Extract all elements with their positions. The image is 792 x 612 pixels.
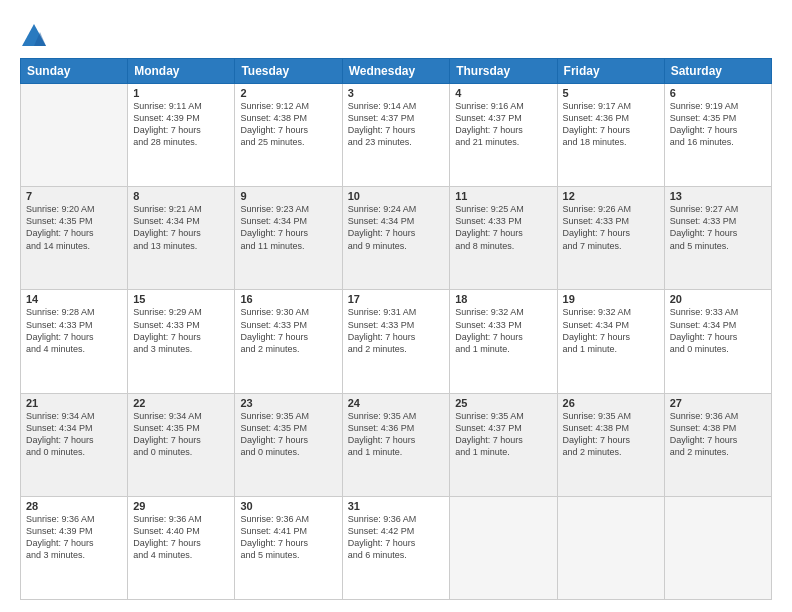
day-info: Sunrise: 9:35 AM Sunset: 4:35 PM Dayligh…	[240, 410, 336, 459]
day-info: Sunrise: 9:32 AM Sunset: 4:34 PM Dayligh…	[563, 306, 659, 355]
logo-icon	[20, 22, 48, 50]
day-info: Sunrise: 9:28 AM Sunset: 4:33 PM Dayligh…	[26, 306, 122, 355]
day-info: Sunrise: 9:23 AM Sunset: 4:34 PM Dayligh…	[240, 203, 336, 252]
day-number: 6	[670, 87, 766, 99]
day-number: 2	[240, 87, 336, 99]
calendar-cell	[664, 496, 771, 599]
calendar-cell: 7Sunrise: 9:20 AM Sunset: 4:35 PM Daylig…	[21, 187, 128, 290]
day-number: 9	[240, 190, 336, 202]
calendar-cell: 29Sunrise: 9:36 AM Sunset: 4:40 PM Dayli…	[128, 496, 235, 599]
calendar-cell: 4Sunrise: 9:16 AM Sunset: 4:37 PM Daylig…	[450, 84, 557, 187]
calendar-cell: 21Sunrise: 9:34 AM Sunset: 4:34 PM Dayli…	[21, 393, 128, 496]
day-number: 30	[240, 500, 336, 512]
weekday-header-saturday: Saturday	[664, 59, 771, 84]
day-info: Sunrise: 9:17 AM Sunset: 4:36 PM Dayligh…	[563, 100, 659, 149]
day-info: Sunrise: 9:29 AM Sunset: 4:33 PM Dayligh…	[133, 306, 229, 355]
logo	[20, 22, 52, 50]
day-number: 3	[348, 87, 445, 99]
day-info: Sunrise: 9:34 AM Sunset: 4:34 PM Dayligh…	[26, 410, 122, 459]
calendar-cell: 31Sunrise: 9:36 AM Sunset: 4:42 PM Dayli…	[342, 496, 450, 599]
calendar-cell: 30Sunrise: 9:36 AM Sunset: 4:41 PM Dayli…	[235, 496, 342, 599]
day-info: Sunrise: 9:26 AM Sunset: 4:33 PM Dayligh…	[563, 203, 659, 252]
day-number: 11	[455, 190, 551, 202]
day-info: Sunrise: 9:36 AM Sunset: 4:38 PM Dayligh…	[670, 410, 766, 459]
header	[20, 18, 772, 50]
weekday-header-tuesday: Tuesday	[235, 59, 342, 84]
weekday-header-thursday: Thursday	[450, 59, 557, 84]
day-number: 4	[455, 87, 551, 99]
calendar-cell	[450, 496, 557, 599]
day-number: 13	[670, 190, 766, 202]
day-info: Sunrise: 9:21 AM Sunset: 4:34 PM Dayligh…	[133, 203, 229, 252]
day-info: Sunrise: 9:35 AM Sunset: 4:36 PM Dayligh…	[348, 410, 445, 459]
calendar-cell: 15Sunrise: 9:29 AM Sunset: 4:33 PM Dayli…	[128, 290, 235, 393]
calendar-header: SundayMondayTuesdayWednesdayThursdayFrid…	[21, 59, 772, 84]
calendar-cell: 6Sunrise: 9:19 AM Sunset: 4:35 PM Daylig…	[664, 84, 771, 187]
day-number: 24	[348, 397, 445, 409]
day-info: Sunrise: 9:30 AM Sunset: 4:33 PM Dayligh…	[240, 306, 336, 355]
calendar-cell: 22Sunrise: 9:34 AM Sunset: 4:35 PM Dayli…	[128, 393, 235, 496]
day-info: Sunrise: 9:36 AM Sunset: 4:42 PM Dayligh…	[348, 513, 445, 562]
day-number: 19	[563, 293, 659, 305]
calendar-week-row: 21Sunrise: 9:34 AM Sunset: 4:34 PM Dayli…	[21, 393, 772, 496]
day-info: Sunrise: 9:11 AM Sunset: 4:39 PM Dayligh…	[133, 100, 229, 149]
calendar-week-row: 7Sunrise: 9:20 AM Sunset: 4:35 PM Daylig…	[21, 187, 772, 290]
day-number: 23	[240, 397, 336, 409]
weekday-header-monday: Monday	[128, 59, 235, 84]
weekday-header-friday: Friday	[557, 59, 664, 84]
calendar-cell: 26Sunrise: 9:35 AM Sunset: 4:38 PM Dayli…	[557, 393, 664, 496]
day-number: 8	[133, 190, 229, 202]
day-number: 16	[240, 293, 336, 305]
day-number: 29	[133, 500, 229, 512]
calendar-cell	[21, 84, 128, 187]
calendar-cell: 28Sunrise: 9:36 AM Sunset: 4:39 PM Dayli…	[21, 496, 128, 599]
calendar-cell: 3Sunrise: 9:14 AM Sunset: 4:37 PM Daylig…	[342, 84, 450, 187]
day-info: Sunrise: 9:36 AM Sunset: 4:39 PM Dayligh…	[26, 513, 122, 562]
calendar-cell: 20Sunrise: 9:33 AM Sunset: 4:34 PM Dayli…	[664, 290, 771, 393]
calendar-cell: 19Sunrise: 9:32 AM Sunset: 4:34 PM Dayli…	[557, 290, 664, 393]
day-info: Sunrise: 9:31 AM Sunset: 4:33 PM Dayligh…	[348, 306, 445, 355]
calendar-cell: 10Sunrise: 9:24 AM Sunset: 4:34 PM Dayli…	[342, 187, 450, 290]
calendar-cell: 14Sunrise: 9:28 AM Sunset: 4:33 PM Dayli…	[21, 290, 128, 393]
day-info: Sunrise: 9:34 AM Sunset: 4:35 PM Dayligh…	[133, 410, 229, 459]
calendar-week-row: 28Sunrise: 9:36 AM Sunset: 4:39 PM Dayli…	[21, 496, 772, 599]
calendar-cell: 1Sunrise: 9:11 AM Sunset: 4:39 PM Daylig…	[128, 84, 235, 187]
day-number: 5	[563, 87, 659, 99]
day-info: Sunrise: 9:35 AM Sunset: 4:37 PM Dayligh…	[455, 410, 551, 459]
calendar-cell: 23Sunrise: 9:35 AM Sunset: 4:35 PM Dayli…	[235, 393, 342, 496]
day-number: 31	[348, 500, 445, 512]
calendar-cell: 8Sunrise: 9:21 AM Sunset: 4:34 PM Daylig…	[128, 187, 235, 290]
day-number: 22	[133, 397, 229, 409]
calendar-week-row: 14Sunrise: 9:28 AM Sunset: 4:33 PM Dayli…	[21, 290, 772, 393]
calendar-cell: 27Sunrise: 9:36 AM Sunset: 4:38 PM Dayli…	[664, 393, 771, 496]
day-info: Sunrise: 9:16 AM Sunset: 4:37 PM Dayligh…	[455, 100, 551, 149]
page: SundayMondayTuesdayWednesdayThursdayFrid…	[0, 0, 792, 612]
calendar-table: SundayMondayTuesdayWednesdayThursdayFrid…	[20, 58, 772, 600]
calendar-cell: 24Sunrise: 9:35 AM Sunset: 4:36 PM Dayli…	[342, 393, 450, 496]
day-number: 18	[455, 293, 551, 305]
calendar-cell: 9Sunrise: 9:23 AM Sunset: 4:34 PM Daylig…	[235, 187, 342, 290]
calendar-cell: 17Sunrise: 9:31 AM Sunset: 4:33 PM Dayli…	[342, 290, 450, 393]
day-info: Sunrise: 9:24 AM Sunset: 4:34 PM Dayligh…	[348, 203, 445, 252]
calendar-cell: 12Sunrise: 9:26 AM Sunset: 4:33 PM Dayli…	[557, 187, 664, 290]
day-number: 12	[563, 190, 659, 202]
day-number: 15	[133, 293, 229, 305]
calendar-week-row: 1Sunrise: 9:11 AM Sunset: 4:39 PM Daylig…	[21, 84, 772, 187]
calendar-cell: 13Sunrise: 9:27 AM Sunset: 4:33 PM Dayli…	[664, 187, 771, 290]
day-number: 14	[26, 293, 122, 305]
day-info: Sunrise: 9:33 AM Sunset: 4:34 PM Dayligh…	[670, 306, 766, 355]
day-info: Sunrise: 9:14 AM Sunset: 4:37 PM Dayligh…	[348, 100, 445, 149]
weekday-header-wednesday: Wednesday	[342, 59, 450, 84]
calendar-cell: 11Sunrise: 9:25 AM Sunset: 4:33 PM Dayli…	[450, 187, 557, 290]
day-number: 25	[455, 397, 551, 409]
day-info: Sunrise: 9:25 AM Sunset: 4:33 PM Dayligh…	[455, 203, 551, 252]
weekday-header-sunday: Sunday	[21, 59, 128, 84]
day-number: 10	[348, 190, 445, 202]
day-info: Sunrise: 9:27 AM Sunset: 4:33 PM Dayligh…	[670, 203, 766, 252]
day-number: 17	[348, 293, 445, 305]
day-number: 1	[133, 87, 229, 99]
calendar-cell: 25Sunrise: 9:35 AM Sunset: 4:37 PM Dayli…	[450, 393, 557, 496]
weekday-header-row: SundayMondayTuesdayWednesdayThursdayFrid…	[21, 59, 772, 84]
day-number: 28	[26, 500, 122, 512]
day-number: 21	[26, 397, 122, 409]
